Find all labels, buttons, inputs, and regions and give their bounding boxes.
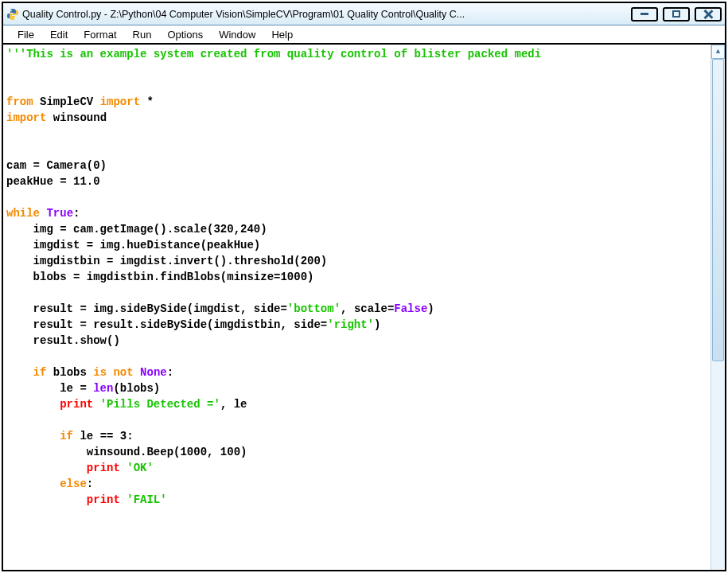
token-string: 'bottom': [287, 302, 341, 315]
token: le =: [6, 382, 93, 395]
token: ): [427, 302, 434, 315]
token: winsound: [46, 111, 107, 124]
token: :: [167, 366, 173, 379]
token-keyword: print: [87, 493, 120, 506]
token-keyword: while: [6, 207, 40, 220]
token: [93, 398, 99, 411]
token-keyword: import: [100, 96, 140, 108]
token-keyword: if: [33, 366, 47, 379]
code-editor[interactable]: '''This is an example system created fro…: [3, 45, 710, 570]
token: , le: [220, 398, 247, 411]
token: :: [87, 477, 93, 490]
python-idle-icon: [6, 8, 19, 21]
code-line: winsound.Beep(1000, 100): [6, 446, 247, 458]
code-line: img = cam.getImage().scale(320,240): [6, 223, 267, 236]
code-line: peakHue = 11.0: [6, 175, 100, 188]
token: [6, 366, 33, 379]
token-keyword: from: [6, 96, 33, 108]
token-string: 'right': [327, 318, 374, 331]
token: result = img.sideBySide(imgdist, side=: [6, 302, 287, 315]
svg-point-1: [14, 17, 15, 18]
editor-area: '''This is an example system created fro…: [3, 45, 725, 570]
close-button[interactable]: [695, 7, 722, 21]
token-keyword: print: [60, 398, 93, 411]
token: (blobs): [113, 382, 160, 395]
window-controls: [631, 7, 722, 21]
vertical-scrollbar[interactable]: ▲: [710, 45, 725, 570]
token: [6, 398, 60, 411]
token-keyword: print: [87, 462, 120, 474]
token-string: 'FAIL': [127, 493, 166, 506]
token-keyword: import: [6, 111, 46, 124]
menu-run[interactable]: Run: [125, 27, 160, 42]
menu-format[interactable]: Format: [76, 27, 124, 42]
token: le == 3:: [73, 430, 134, 442]
token-builtin: None: [140, 366, 167, 379]
code-line: result.show(): [6, 334, 120, 347]
minimize-button[interactable]: [631, 7, 658, 21]
token-keyword: not: [113, 366, 133, 379]
token: [120, 493, 127, 506]
code-line: imgdistbin = imgdist.invert().threshold(…: [6, 255, 327, 267]
token-docstring: '''This is an example system created fro…: [6, 48, 541, 60]
menu-file[interactable]: File: [10, 27, 42, 42]
scroll-thumb[interactable]: [712, 59, 724, 361]
token: blobs: [46, 366, 93, 379]
token: *: [140, 96, 154, 108]
token: result = result.sideBySide(imgdistbin, s…: [6, 318, 327, 331]
window-title: Quality Control.py - Z:\Python\04 Comput…: [22, 9, 626, 20]
token: [6, 477, 60, 490]
code-line: imgdist = img.hueDistance(peakHue): [6, 239, 260, 251]
menu-edit[interactable]: Edit: [42, 27, 76, 42]
token: ): [374, 318, 380, 331]
token-string: 'OK': [127, 462, 154, 474]
token: :: [73, 207, 80, 220]
menubar: File Edit Format Run Options Window Help: [3, 25, 725, 45]
token-builtin: False: [394, 302, 427, 315]
token: [6, 462, 87, 474]
menu-help[interactable]: Help: [263, 27, 301, 42]
menu-options[interactable]: Options: [159, 27, 211, 42]
token: [120, 462, 127, 474]
token-keyword: else: [60, 477, 87, 490]
scroll-up-button[interactable]: ▲: [711, 45, 725, 59]
token-keyword: is: [93, 366, 107, 379]
token: SimpleCV: [33, 96, 100, 108]
idle-window: Quality Control.py - Z:\Python\04 Comput…: [2, 2, 726, 571]
menu-window[interactable]: Window: [211, 27, 263, 42]
token-builtin: True: [46, 207, 73, 220]
scroll-track[interactable]: [711, 59, 725, 570]
maximize-button[interactable]: [663, 7, 690, 21]
token: [6, 430, 60, 442]
svg-point-0: [10, 10, 12, 11]
token: [6, 493, 87, 506]
token: , scale=: [341, 302, 394, 315]
titlebar[interactable]: Quality Control.py - Z:\Python\04 Comput…: [3, 3, 725, 25]
token-keyword: if: [60, 430, 73, 442]
code-line: blobs = imgdistbin.findBlobs(minsize=100…: [6, 271, 313, 283]
token: [134, 366, 140, 379]
token-string: 'Pills Detected =': [100, 398, 220, 411]
token-builtin: len: [93, 382, 113, 395]
code-line: cam = Camera(0): [6, 159, 107, 172]
